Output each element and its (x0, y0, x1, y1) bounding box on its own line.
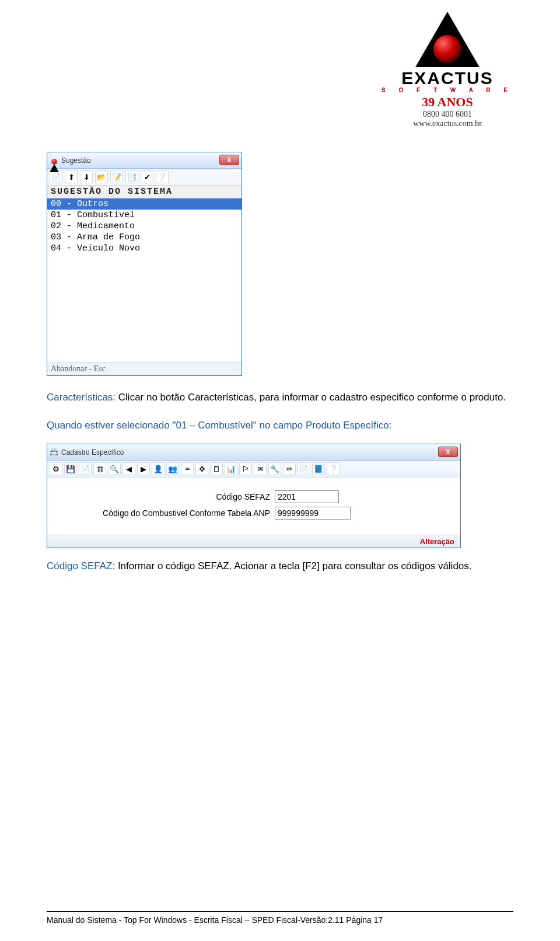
tb-chart-icon[interactable]: 📊 (225, 462, 237, 475)
tb-users-icon[interactable]: 👥 (166, 462, 179, 475)
company-header: EXACTUS S O F T W A R E 39 ANOS 0800 400… (382, 12, 513, 128)
sugestao-dialog: Sugestão X 📄 ⬆ ⬇ 📂 📝 📑 ✔ ❔ SUGESTÃO DO S… (47, 152, 242, 376)
list-item[interactable]: 02 - Medicamento (47, 221, 242, 232)
tb-up-icon[interactable]: ⬆ (65, 170, 78, 183)
brand-subtitle: S O F T W A R E (382, 87, 513, 93)
tb-note-icon[interactable]: 🗒 (210, 462, 223, 475)
logo-ball-icon (433, 35, 461, 63)
label-codigo-sefaz-para: Código SEFAZ: (47, 560, 115, 571)
brand-name: EXACTUS (382, 68, 513, 88)
tb-doc-icon[interactable]: 📄 (298, 462, 310, 475)
paragraph-caracteristicas: Características: Clicar no botão Caracte… (47, 388, 513, 407)
input-codigo-sefaz[interactable] (275, 490, 339, 503)
tb-save-icon[interactable]: 💾 (64, 462, 77, 475)
sugestao-toolbar: 📄 ⬆ ⬇ 📂 📝 📑 ✔ ❔ (47, 169, 242, 186)
row-codigo-anp: Código do Combustivel Conforme Tabela AN… (53, 507, 454, 520)
list-item[interactable]: 03 - Arma de Fogo (47, 232, 242, 243)
tb-tool-icon[interactable]: 🔧 (268, 462, 281, 475)
sugestao-title: Sugestão (61, 156, 91, 165)
tb-gear-icon[interactable]: ⚙ (50, 462, 62, 475)
tb-page-icon[interactable]: 📄 (79, 462, 92, 475)
cadastro-titlebar: 📇 Cadastro Específico X (47, 444, 460, 461)
paragraph-quando: Quando estiver selecionado "01 – Combust… (47, 416, 513, 435)
close-button[interactable]: X (219, 155, 239, 165)
tb-delete-icon[interactable]: 🗑 (93, 462, 106, 475)
sugestao-list-header: SUGESTÃO DO SISTEMA (47, 186, 242, 198)
tb-edit-icon[interactable]: 📝 (110, 170, 123, 183)
page-footer: Manual do Sistema - Top For Windows - Es… (47, 911, 513, 925)
tb-search-icon[interactable]: 🔍 (108, 462, 121, 475)
tb-next-icon[interactable]: ▶ (137, 462, 150, 475)
tb-prev-icon[interactable]: ◀ (123, 462, 135, 475)
row-codigo-sefaz: Código SEFAZ (53, 490, 454, 503)
list-item[interactable]: 00 - Outros (47, 198, 242, 210)
tb-new-icon[interactable]: 📄 (50, 170, 62, 183)
cadastro-title: Cadastro Específico (61, 448, 124, 456)
sugestao-list[interactable]: 00 - Outros 01 - Combustível 02 - Medica… (47, 198, 242, 362)
tb-check-icon[interactable]: ✔ (141, 170, 153, 183)
brand-url: www.exactus.com.br (382, 119, 513, 128)
label-caracteristicas: Características: (47, 392, 116, 403)
label-codigo-sefaz: Código SEFAZ (53, 492, 275, 501)
tb-mail-icon[interactable]: ✉ (254, 462, 267, 475)
tb-help-icon[interactable]: ❔ (327, 462, 340, 475)
cadastro-toolbar: ⚙ 💾 📄 🗑 🔍 ◀ ▶ 👤 👥 ＝ ✥ 🗒 📊 🏳 ✉ 🔧 ✏ 📄 📘 (47, 461, 460, 478)
tb-equal-icon[interactable]: ＝ (181, 462, 194, 475)
list-item[interactable]: 04 - Veículo Novo (47, 243, 242, 254)
sugestao-status: Abandonar - Esc (47, 362, 242, 375)
paragraph-codigo-sefaz: Código SEFAZ: Informar o código SEFAZ. A… (47, 556, 513, 576)
logo-triangle-icon (415, 12, 480, 67)
cadastro-form: Código SEFAZ Código do Combustivel Confo… (47, 478, 460, 535)
tb-copy-icon[interactable]: 📑 (125, 170, 138, 183)
cadastro-icon: 📇 (50, 448, 59, 457)
label-codigo-anp: Código do Combustivel Conforme Tabela AN… (53, 508, 275, 518)
app-icon (50, 156, 59, 165)
tb-user-icon[interactable]: 👤 (152, 462, 164, 475)
tb-help-icon[interactable]: ❔ (156, 170, 169, 183)
tb-flag-icon[interactable]: 🏳 (239, 462, 252, 475)
footer-text: Manual do Sistema - Top For Windows - Es… (47, 915, 383, 925)
text-caracteristicas: Clicar no botão Características, para in… (116, 392, 506, 403)
close-button[interactable]: X (438, 447, 458, 457)
cadastro-status: Alteração (47, 535, 460, 548)
tb-down-icon[interactable]: ⬇ (80, 170, 93, 183)
brand-phone: 0800 400 6001 (382, 110, 513, 119)
tb-open-icon[interactable]: 📂 (95, 170, 108, 183)
sugestao-titlebar: Sugestão X (47, 152, 242, 169)
cadastro-dialog: 📇 Cadastro Específico X ⚙ 💾 📄 🗑 🔍 ◀ ▶ 👤 … (47, 444, 461, 548)
text-quando: Quando estiver selecionado "01 – Combust… (47, 420, 391, 431)
text-codigo-sefaz-para: Informar o código SEFAZ. Acionar a tecla… (115, 560, 471, 571)
tb-book-icon[interactable]: 📘 (312, 462, 325, 475)
tb-pencil-icon[interactable]: ✏ (283, 462, 296, 475)
input-codigo-anp[interactable] (275, 507, 351, 520)
tb-move-icon[interactable]: ✥ (195, 462, 208, 475)
brand-years: 39 ANOS (382, 95, 513, 110)
list-item[interactable]: 01 - Combustível (47, 210, 242, 221)
